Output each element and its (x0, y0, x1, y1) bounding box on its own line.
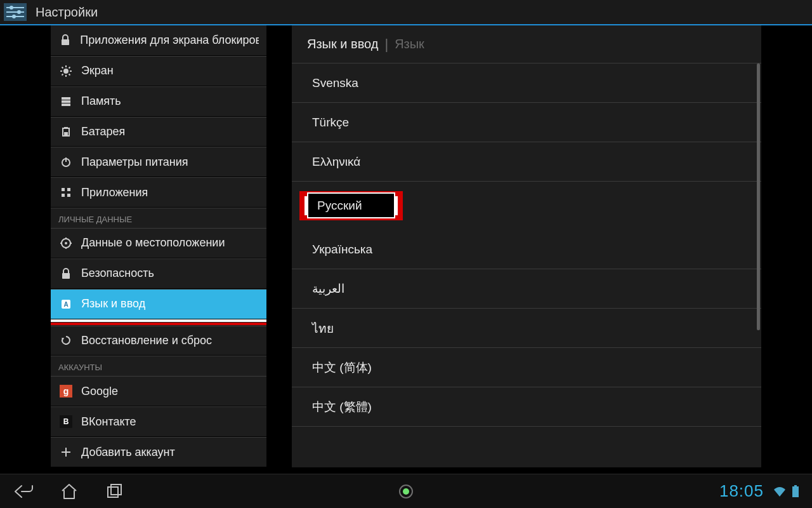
breadcrumb-sub: Язык (395, 37, 424, 51)
language-option[interactable]: العربية (292, 269, 761, 309)
sidebar-item-display[interactable]: Экран (51, 56, 266, 86)
home-button[interactable] (58, 481, 80, 502)
language-option-label: Русский (307, 192, 395, 218)
google-icon: g (58, 384, 74, 399)
svg-point-6 (12, 15, 16, 18)
svg-rect-25 (62, 188, 65, 191)
language-option[interactable]: 中文 (简体) (292, 348, 761, 387)
language-option[interactable]: Українська (292, 230, 761, 269)
sidebar-item-label: Данные о местоположении (81, 236, 225, 250)
sidebar-item-label: Батарея (81, 125, 125, 138)
svg-rect-7 (62, 39, 69, 45)
sidebar-item-label: Приложения для экрана блокировки (80, 34, 259, 47)
svg-point-2 (10, 6, 13, 10)
annotation-highlight-box: Русский (299, 191, 403, 220)
settings-screen: Настройки Приложения для экрана блокиров… (0, 0, 812, 508)
back-button[interactable] (13, 481, 34, 502)
sidebar-item-location[interactable]: Данные о местоположении (51, 228, 266, 258)
svg-point-30 (65, 242, 67, 244)
sidebar-item-label: Экран (81, 64, 114, 77)
system-navigation-bar: 18:05 (0, 474, 812, 508)
svg-rect-26 (67, 188, 70, 191)
settings-sidebar: Приложения для экрана блокировки Экран П… (51, 25, 266, 467)
app-title: Настройки (36, 5, 98, 20)
sidebar-item-lockscreen-apps[interactable]: Приложения для экрана блокировки (51, 25, 266, 56)
sidebar-item-apps[interactable]: Приложения (51, 177, 266, 208)
apps-icon (58, 185, 74, 200)
svg-rect-18 (62, 100, 70, 103)
sidebar-section-accounts: АККАУНТЫ (51, 356, 266, 376)
svg-text:g: g (63, 386, 69, 396)
status-clock: 18:05 (719, 481, 764, 501)
svg-point-8 (63, 69, 69, 74)
lock-icon (58, 32, 72, 48)
breadcrumb-separator: | (384, 36, 388, 53)
svg-rect-27 (62, 194, 65, 197)
svg-rect-49 (794, 485, 797, 486)
language-icon: A (58, 297, 74, 312)
title-bar: Настройки (0, 0, 812, 25)
sidebar-item-label: Язык и ввод (81, 297, 145, 311)
svg-point-4 (17, 10, 21, 14)
battery-icon (58, 124, 74, 139)
svg-point-48 (403, 488, 409, 495)
svg-rect-22 (64, 132, 68, 135)
svg-line-16 (69, 67, 70, 68)
power-icon (58, 154, 74, 170)
sidebar-item-vk[interactable]: B ВКонтакте (51, 406, 266, 437)
sidebar-section-personal: ЛИЧНЫЕ ДАННЫЕ (51, 208, 266, 228)
language-list[interactable]: Svenska Türkçe Ελληνικά Русский Українсь… (292, 64, 761, 467)
scrollbar-thumb[interactable] (757, 64, 760, 330)
sidebar-item-label: Приложения (81, 186, 148, 199)
wifi-icon (773, 486, 787, 497)
sidebar-item-label: ВКонтакте (81, 415, 136, 429)
add-icon (58, 444, 74, 460)
svg-rect-28 (67, 194, 70, 197)
sidebar-item-backup-reset[interactable]: Восстановление и сброс (51, 326, 266, 356)
sidebar-item-power[interactable]: Параметры питания (51, 147, 266, 177)
language-option-highlighted[interactable]: Русский (292, 182, 761, 230)
sidebar-item-battery[interactable]: Батарея (51, 117, 266, 147)
svg-rect-50 (792, 486, 799, 497)
content-breadcrumb: Язык и ввод | Язык (292, 25, 761, 64)
svg-rect-35 (62, 273, 70, 279)
recent-apps-button[interactable] (104, 481, 126, 502)
battery-status-icon (792, 485, 799, 498)
language-option[interactable]: 中文 (繁體) (292, 387, 761, 427)
sidebar-item-storage[interactable]: Память (51, 86, 266, 117)
language-option[interactable]: ไทย (292, 309, 761, 348)
sidebar-item-label: Безопасность (81, 267, 154, 280)
lock-closed-icon (58, 266, 74, 281)
svg-rect-46 (111, 485, 121, 495)
breadcrumb-main[interactable]: Язык и ввод (307, 37, 378, 51)
vk-icon: B (58, 414, 74, 429)
svg-line-13 (62, 67, 63, 68)
settings-app-icon (4, 3, 27, 22)
voice-search-button[interactable] (397, 483, 415, 500)
content-panel: Язык и ввод | Язык Svenska Türkçe Ελληνι… (292, 25, 761, 467)
sidebar-item-language-input[interactable]: A Язык и ввод (51, 289, 266, 319)
svg-rect-45 (108, 487, 118, 497)
svg-line-15 (62, 74, 63, 75)
sidebar-item-label: Память (81, 95, 121, 108)
restore-icon (58, 333, 74, 348)
location-icon (58, 236, 74, 251)
brightness-icon (58, 64, 74, 79)
sidebar-item-label: Добавить аккаунт (81, 446, 175, 459)
language-option[interactable]: Ελληνικά (292, 142, 761, 182)
svg-rect-17 (62, 97, 70, 100)
svg-line-14 (69, 74, 70, 75)
language-option[interactable]: Svenska (292, 64, 761, 103)
annotation-underline (51, 319, 266, 326)
svg-rect-19 (62, 104, 70, 106)
storage-icon (58, 94, 74, 109)
sidebar-item-google[interactable]: g Google (51, 376, 266, 406)
sidebar-item-security[interactable]: Безопасность (51, 258, 266, 289)
sidebar-item-add-account[interactable]: Добавить аккаунт (51, 437, 266, 467)
svg-text:A: A (63, 301, 68, 308)
language-option[interactable]: Türkçe (292, 103, 761, 142)
main-area: Приложения для экрана блокировки Экран П… (0, 25, 812, 474)
sidebar-item-label: Восстановление и сброс (81, 334, 212, 347)
sidebar-item-label: Google (81, 385, 118, 398)
sidebar-item-label: Параметры питания (81, 156, 188, 169)
